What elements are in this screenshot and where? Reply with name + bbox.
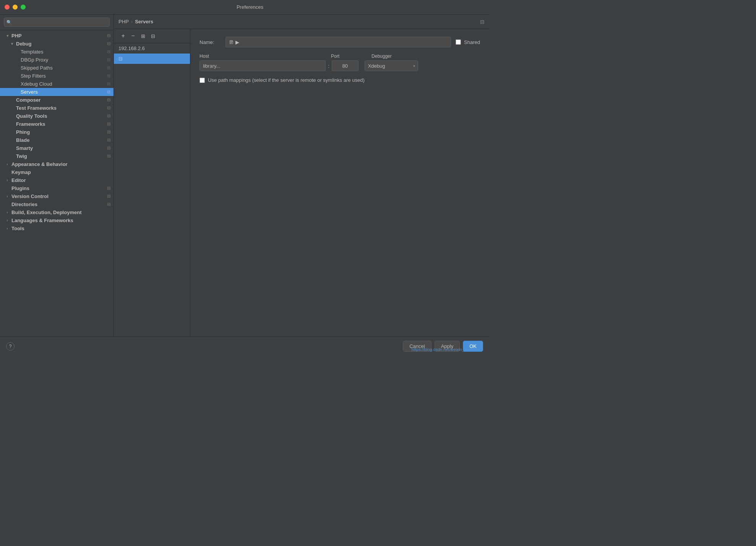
sidebar-item-appearance[interactable]: › Appearance & Behavior <box>0 160 114 168</box>
sidebar-item-label-qt: Quality Tools <box>16 113 47 119</box>
search-wrapper: 🔍 <box>4 18 110 27</box>
settings-icon-servers: ⊟ <box>107 89 110 94</box>
expand-icon-tf <box>9 106 15 111</box>
expand-icon-build: › <box>5 210 10 215</box>
settings-icon-composer: ⊟ <box>107 98 110 102</box>
breadcrumb-current: Servers <box>135 19 153 24</box>
settings-icon-vc: ⊟ <box>107 194 110 199</box>
expand-icon-skipped <box>14 65 19 71</box>
server-list-item-2[interactable]: ⊟ <box>114 54 190 64</box>
shared-checkbox[interactable] <box>456 39 461 45</box>
host-input[interactable] <box>200 60 326 71</box>
expand-icon-templates <box>14 49 19 55</box>
expand-icon-tools: › <box>5 226 10 231</box>
search-icon: 🔍 <box>6 20 12 25</box>
sidebar-item-keymap[interactable]: Keymap <box>0 168 114 176</box>
sidebar-item-tools[interactable]: › Tools <box>0 224 114 232</box>
expand-icon-debug: ▾ <box>9 41 15 47</box>
shared-label: Shared <box>464 39 480 45</box>
sidebar-item-step-filters[interactable]: Step Filters ⊟ <box>0 72 114 80</box>
maximize-button[interactable] <box>21 5 26 10</box>
move-server-button[interactable]: ⊟ <box>148 31 157 41</box>
expand-icon-qt <box>9 114 15 119</box>
toolbar: + − ⊞ ⊟ <box>114 29 190 43</box>
sidebar-item-label-build: Build, Execution, Deployment <box>11 210 81 215</box>
sidebar-item-xdebug-cloud[interactable]: Xdebug Cloud ⊟ <box>0 80 114 88</box>
sidebar-item-label-tf: Test Frameworks <box>16 105 57 111</box>
sidebar-item-php[interactable]: ▾ PHP ⊟ <box>0 32 114 40</box>
settings-icon-templates: ⊟ <box>107 49 110 54</box>
sidebar-item-test-frameworks[interactable]: Test Frameworks ⊟ <box>0 104 114 112</box>
sidebar-item-skipped-paths[interactable]: Skipped Paths ⊟ <box>0 64 114 72</box>
expand-icon-editor: › <box>5 178 10 183</box>
minimize-button[interactable] <box>13 5 18 10</box>
right-panel: PHP › Servers ⊟ + − ⊞ ⊟ 192.16 <box>114 15 489 336</box>
sidebar-item-label-twig: Twig <box>16 153 27 159</box>
server-list-item-1[interactable]: 192.168.2.6 <box>114 43 190 54</box>
sidebar-item-smarty[interactable]: Smarty ⊟ <box>0 144 114 152</box>
sidebar-item-label-editor: Editor <box>11 177 26 183</box>
sidebar-item-label-dbgp: DBGp Proxy <box>21 57 48 63</box>
sidebar-item-directories[interactable]: Directories ⊟ <box>0 200 114 208</box>
sidebar-item-twig[interactable]: Twig ⊟ <box>0 152 114 160</box>
name-label: Name: <box>200 39 222 45</box>
settings-icon-php: ⊟ <box>107 33 110 38</box>
name-row: Name: Shared <box>200 37 480 47</box>
expand-icon-php: ▾ <box>5 33 10 39</box>
sidebar-item-label-debug: Debug <box>16 41 31 47</box>
sidebar-item-servers[interactable]: Servers ⊟ <box>0 88 114 96</box>
settings-icon-dir: ⊟ <box>107 202 110 207</box>
name-input[interactable] <box>226 37 451 47</box>
name-right: Shared <box>226 37 480 47</box>
sidebar-item-plugins[interactable]: Plugins ⊟ <box>0 184 114 192</box>
port-input[interactable] <box>332 60 359 71</box>
sidebar-item-label-smarty: Smarty <box>16 145 33 151</box>
tree-container: ▾ PHP ⊟ ▾ Debug ⊟ Templates ⊟ <box>0 30 114 336</box>
path-mappings-row: Use path mappings (select if the server … <box>200 77 480 83</box>
sidebar-item-quality-tools[interactable]: Quality Tools ⊟ <box>0 112 114 120</box>
url-hint[interactable]: https://blog.csdn.net/weixin_43488988 <box>412 347 483 352</box>
settings-icon-debug: ⊟ <box>107 41 110 46</box>
settings-icon-dbgp: ⊟ <box>107 57 110 62</box>
settings-icon-blade: ⊟ <box>107 138 110 143</box>
close-button[interactable] <box>5 5 10 10</box>
server-item-label-1: 192.168.2.6 <box>118 46 145 51</box>
path-mappings-checkbox[interactable] <box>200 78 205 83</box>
sidebar-item-phing[interactable]: Phing ⊟ <box>0 128 114 136</box>
search-input[interactable] <box>4 18 110 27</box>
sidebar-item-label-plugins: Plugins <box>11 185 29 191</box>
add-server-button[interactable]: + <box>118 31 128 41</box>
sidebar-item-label-servers: Servers <box>21 89 38 95</box>
sidebar-item-languages[interactable]: › Languages & Frameworks <box>0 216 114 224</box>
settings-icon-twig: ⊟ <box>107 154 110 159</box>
breadcrumb-parent: PHP <box>118 19 129 24</box>
sidebar-item-build[interactable]: › Build, Execution, Deployment <box>0 208 114 216</box>
preferences-window: Preferences 🔍 ▾ PHP ⊟ ▾ Deb <box>0 0 489 356</box>
expand-icon-blade <box>9 138 15 143</box>
copy-server-button[interactable]: ⊞ <box>138 31 148 41</box>
sidebar-item-label-php: PHP <box>11 33 22 39</box>
expand-icon-phing <box>9 130 15 135</box>
sidebar-item-label-vc: Version Control <box>11 193 49 199</box>
expand-icon-twig <box>9 154 15 159</box>
sidebar-item-version-control[interactable]: › Version Control ⊟ <box>0 192 114 200</box>
panel-header: PHP › Servers ⊟ <box>114 15 489 29</box>
sidebar-item-frameworks[interactable]: Frameworks ⊟ <box>0 120 114 128</box>
sidebar-item-dbgp-proxy[interactable]: DBGp Proxy ⊟ <box>0 56 114 64</box>
settings-icon-smarty: ⊟ <box>107 146 110 151</box>
debugger-select[interactable]: Xdebug Zend Debugger <box>365 60 418 71</box>
sidebar-item-composer[interactable]: Composer ⊟ <box>0 96 114 104</box>
settings-icon-fw: ⊟ <box>107 122 110 127</box>
settings-icon-plugins: ⊟ <box>107 186 110 191</box>
sidebar-item-editor[interactable]: › Editor <box>0 176 114 184</box>
settings-icon-step: ⊟ <box>107 73 110 78</box>
sidebar-item-debug[interactable]: ▾ Debug ⊟ <box>0 40 114 48</box>
sidebar-item-templates[interactable]: Templates ⊟ <box>0 48 114 56</box>
remove-server-button[interactable]: − <box>128 31 138 41</box>
server-item-label-2: ⊟ <box>118 56 123 62</box>
expand-icon-smarty <box>9 146 15 151</box>
host-column-header: Host <box>200 54 329 59</box>
collapse-button[interactable]: ⊟ <box>480 19 485 25</box>
help-button[interactable]: ? <box>6 342 15 351</box>
sidebar-item-blade[interactable]: Blade ⊟ <box>0 136 114 144</box>
